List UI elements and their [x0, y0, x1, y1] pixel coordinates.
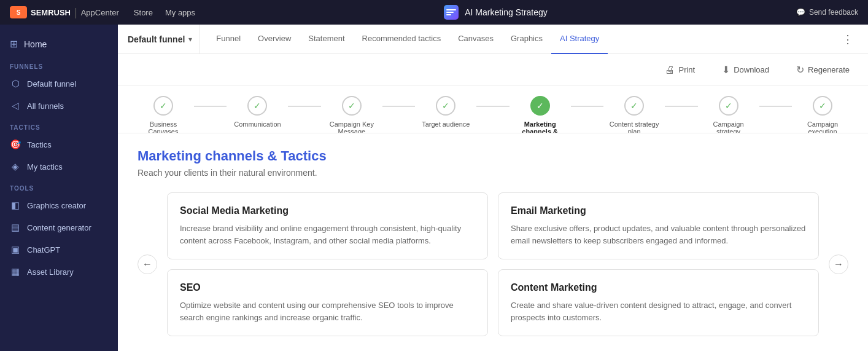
- sidebar-item-graphics-creator[interactable]: ◧ Graphics creator: [0, 194, 118, 216]
- all-funnels-icon: ◁: [10, 100, 21, 111]
- tabs-list: Funnel Overview Statement Recommended ta…: [207, 25, 837, 54]
- chatgpt-icon: ▣: [10, 244, 21, 255]
- content-gen-icon: ▤: [10, 222, 21, 233]
- feedback-icon: 💬: [796, 8, 805, 17]
- tab-statement[interactable]: Statement: [300, 25, 353, 54]
- print-icon: 🖨: [665, 65, 675, 76]
- next-arrow[interactable]: →: [829, 254, 848, 274]
- myapps-link[interactable]: My apps: [165, 8, 195, 17]
- sidebar-item-content-generator[interactable]: ▤ Content generator: [0, 216, 118, 239]
- sidebar-item-tactics[interactable]: 🎯 Tactics: [0, 133, 118, 156]
- tactics-section-label: TACTICS: [0, 117, 118, 133]
- step-connector-0: [194, 106, 227, 107]
- funnel-selector-text: Default funnel: [128, 34, 185, 44]
- step-business-canvases[interactable]: ✓ Business Canvases: [133, 96, 194, 133]
- step-marketing-channels[interactable]: ✓ Marketing channels & Tactics: [510, 96, 571, 133]
- card-desc-3: Create and share value-driven content de…: [511, 299, 806, 323]
- funnel-icon: ⬡: [10, 78, 21, 89]
- prev-arrow[interactable]: ←: [138, 254, 157, 274]
- asset-library-icon: ▦: [10, 266, 21, 277]
- funnel-selector[interactable]: Default funnel ▾: [128, 25, 200, 53]
- download-button[interactable]: ⬇ Download: [716, 60, 775, 79]
- top-navigation: S SEMRUSH | AppCenter Store My apps AI M…: [0, 0, 868, 25]
- step-content-strategy[interactable]: ✓ Content strategy plan: [603, 96, 665, 133]
- card-desc-2: Optimize website and content using our c…: [180, 299, 475, 323]
- card-content-marketing: Content Marketing Create and share value…: [498, 269, 819, 336]
- sidebar: ⊞ Home FUNNELS ⬡ Default funnel ◁ All fu…: [0, 25, 118, 351]
- tab-ai-strategy[interactable]: AI Strategy: [551, 25, 608, 54]
- card-desc-1: Share exclusive offers, product updates,…: [511, 223, 806, 246]
- step-connector-5: [665, 106, 697, 107]
- tactics-icon: 🎯: [10, 139, 21, 150]
- logo-divider: |: [74, 6, 77, 19]
- stepper: ✓ Business Canvases ✓ Communication ✓ Ca…: [118, 86, 868, 133]
- appcenter-text: AppCenter: [81, 8, 119, 17]
- tab-canvases[interactable]: Canvases: [449, 25, 502, 54]
- step-communication[interactable]: ✓ Communication: [227, 96, 288, 128]
- card-desc-0: Increase brand visibility and online eng…: [180, 223, 475, 246]
- regenerate-button[interactable]: ↻ Regenerate: [790, 60, 856, 79]
- sidebar-item-default-funnel[interactable]: ⬡ Default funnel: [0, 73, 118, 95]
- step-connector-1: [288, 106, 320, 107]
- app-icon: [444, 5, 459, 20]
- cards-area: ← Social Media Marketing Increase brand …: [138, 192, 848, 336]
- page-title: Marketing channels & Tactics: [138, 148, 848, 164]
- main-content-area: Default funnel ▾ Funnel Overview Stateme…: [118, 25, 868, 351]
- step-circle-0: ✓: [153, 96, 173, 116]
- page-subtitle: Reach your clients in their natural envi…: [138, 168, 848, 178]
- step-campaign-key-message[interactable]: ✓ Campaign Key Message: [321, 96, 382, 133]
- card-seo: SEO Optimize website and content using o…: [167, 269, 488, 336]
- toolbar: 🖨 Print ⬇ Download ↻ Regenerate: [118, 54, 868, 86]
- feedback-button[interactable]: 💬 Send feedback: [796, 8, 858, 17]
- step-connector-3: [476, 106, 509, 107]
- home-nav-item[interactable]: ⊞ Home: [0, 32, 118, 56]
- tab-overview[interactable]: Overview: [249, 25, 300, 54]
- sidebar-item-asset-library[interactable]: ▦ Asset Library: [0, 261, 118, 283]
- sidebar-item-all-funnels[interactable]: ◁ All funnels: [0, 95, 118, 117]
- store-link[interactable]: Store: [134, 8, 153, 17]
- card-title-1: Email Marketing: [511, 205, 806, 216]
- download-icon: ⬇: [722, 64, 730, 76]
- svg-rect-1: [446, 12, 454, 13]
- print-button[interactable]: 🖨 Print: [659, 61, 701, 79]
- step-circle-5: ✓: [624, 96, 644, 116]
- main-layout: ⊞ Home FUNNELS ⬡ Default funnel ◁ All fu…: [0, 25, 868, 351]
- svg-rect-0: [446, 9, 456, 10]
- step-circle-6: ✓: [719, 96, 738, 116]
- tabs-more-button[interactable]: ⋮: [837, 30, 858, 49]
- step-connector-2: [382, 106, 415, 107]
- card-social-media: Social Media Marketing Increase brand vi…: [167, 192, 488, 259]
- semrush-logo-text: SEMRUSH: [31, 8, 71, 17]
- app-title: AI Marketing Strategy: [465, 7, 548, 17]
- sidebar-item-chatgpt[interactable]: ▣ ChatGPT: [0, 239, 118, 261]
- tab-funnel[interactable]: Funnel: [207, 25, 249, 54]
- semrush-logo[interactable]: S SEMRUSH | AppCenter: [10, 6, 119, 19]
- my-tactics-icon: ◈: [10, 161, 21, 172]
- step-connector-4: [571, 106, 603, 107]
- step-circle-1: ✓: [247, 96, 267, 116]
- tools-section-label: TOOLS: [0, 178, 118, 194]
- tab-recommended-tactics[interactable]: Recommended tactics: [354, 25, 450, 54]
- card-title-0: Social Media Marketing: [180, 205, 475, 216]
- cards-grid: Social Media Marketing Increase brand vi…: [167, 192, 819, 336]
- tab-graphics[interactable]: Graphics: [502, 25, 551, 54]
- funnel-selector-chevron: ▾: [188, 35, 192, 44]
- tabs-bar: Default funnel ▾ Funnel Overview Stateme…: [118, 25, 868, 54]
- svg-rect-2: [446, 14, 451, 15]
- page-content: Marketing channels & Tactics Reach your …: [118, 133, 868, 351]
- step-circle-3: ✓: [436, 96, 455, 116]
- step-campaign-strategy[interactable]: ✓ Campaign strategy: [698, 96, 759, 133]
- semrush-logo-icon: S: [10, 6, 27, 18]
- step-target-audience[interactable]: ✓ Target audience: [415, 96, 476, 128]
- top-nav-links: Store My apps: [134, 8, 195, 17]
- step-circle-7: ✓: [813, 96, 832, 116]
- graphics-icon: ◧: [10, 200, 21, 211]
- card-email-marketing: Email Marketing Share exclusive offers, …: [498, 192, 819, 259]
- step-campaign-execution[interactable]: ✓ Campaign execution: [792, 96, 853, 133]
- step-connector-6: [759, 106, 792, 107]
- top-nav-right: 💬 Send feedback: [796, 8, 858, 17]
- top-nav-center: AI Marketing Strategy: [207, 5, 784, 20]
- home-icon: ⊞: [10, 38, 18, 50]
- sidebar-item-my-tactics[interactable]: ◈ My tactics: [0, 156, 118, 178]
- regenerate-icon: ↻: [796, 64, 804, 76]
